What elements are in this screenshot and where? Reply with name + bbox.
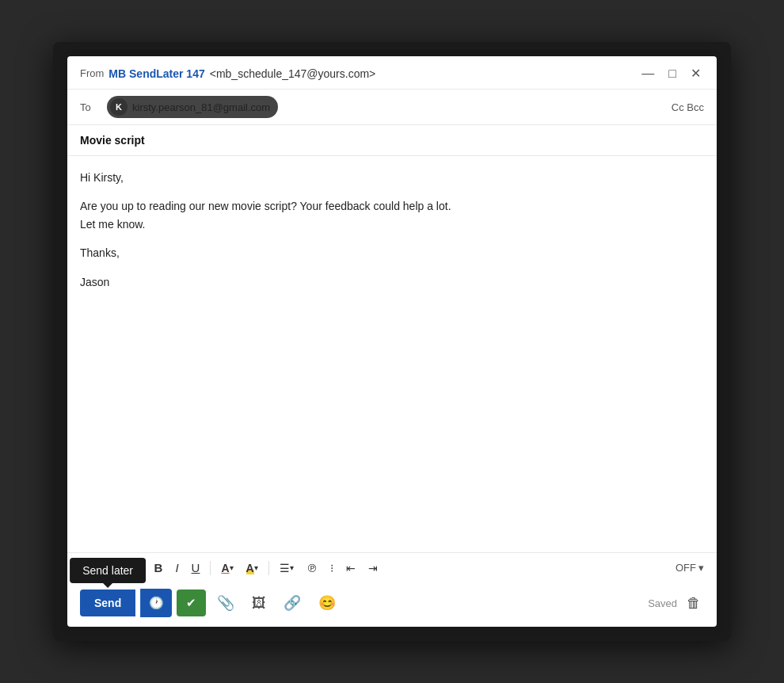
emoji-icon: 😊 (318, 595, 336, 611)
bold-button[interactable]: B (150, 558, 168, 578)
delete-button[interactable]: 🗑 (683, 592, 704, 615)
underline-button[interactable]: U (187, 558, 205, 578)
sender-email: <mb_schedule_147@yours.com> (210, 67, 376, 80)
highlight-icon: A (246, 562, 254, 574)
to-row: To K kirsty.pearson_81@gmail.com Cc Bcc (67, 90, 717, 125)
highlight-dropdown-icon: ▾ (254, 563, 258, 572)
body-content: Are you up to reading our new movie scri… (80, 197, 704, 233)
off-dropdown-icon: ▾ (698, 562, 704, 574)
from-label: From (80, 67, 104, 79)
image-icon: 🖼 (252, 595, 266, 611)
avatar: K (110, 98, 127, 116)
body-thanks: Thanks, (80, 244, 704, 261)
text-color-button[interactable]: A ▾ (216, 559, 238, 578)
indent-increase-icon: ⇥ (368, 562, 378, 574)
checkmark-button[interactable]: ✔ (177, 590, 206, 616)
off-toggle[interactable]: OFF ▾ (676, 562, 704, 574)
subject-text: Movie script (80, 134, 145, 147)
email-body[interactable]: Hi Kirsty, Are you up to reading our new… (67, 156, 717, 552)
recipient-email: kirsty.pearson_81@gmail.com (132, 101, 270, 113)
saved-text: Saved (648, 597, 677, 609)
ordered-list-icon: ℗ (306, 562, 318, 574)
body-signature: Jason (80, 273, 704, 291)
ordered-list-button[interactable]: ℗ (302, 559, 322, 578)
align-dropdown-icon: ▾ (290, 563, 294, 572)
font-size-dropdown[interactable]: 10 ▾ (110, 559, 138, 578)
compose-window: From MB SendLater 147 <mb_schedule_147@y… (67, 56, 717, 627)
font-selector[interactable]: Arial (80, 559, 107, 576)
checkmark-icon: ✔ (186, 596, 196, 610)
attach-button[interactable]: 📎 (211, 590, 241, 616)
indent-increase-button[interactable]: ⇥ (363, 559, 382, 578)
action-row: Send later Send 🕐 ✔ 📎 🖼 🔗 � (67, 582, 717, 627)
text-color-icon: A (221, 562, 229, 574)
indent-decrease-button[interactable]: ⇤ (341, 559, 360, 578)
align-button[interactable]: ☰ ▾ (275, 559, 299, 578)
body-greeting: Hi Kirsty, (80, 169, 704, 186)
send-button[interactable]: Send (80, 590, 135, 616)
link-icon: 🔗 (284, 595, 301, 611)
cc-bcc-button[interactable]: Cc Bcc (672, 101, 704, 113)
delete-icon: 🗑 (687, 595, 701, 611)
subject-row: Movie script (67, 125, 717, 156)
italic-button[interactable]: I (170, 558, 183, 578)
image-button[interactable]: 🖼 (245, 590, 272, 616)
sender-name: MB SendLater 147 (108, 67, 204, 80)
recipient-chip[interactable]: K kirsty.pearson_81@gmail.com (107, 96, 278, 118)
minimize-button[interactable]: — (638, 65, 657, 82)
dropdown-arrow-icon: ▾ (127, 562, 133, 574)
send-clock-button[interactable]: 🕐 (140, 589, 172, 617)
emoji-button[interactable]: 😊 (312, 590, 342, 616)
toolbar-separator-1 (143, 561, 144, 575)
saved-status: Saved 🗑 (648, 592, 704, 615)
window-shadow: From MB SendLater 147 <mb_schedule_147@y… (53, 42, 731, 641)
unordered-list-button[interactable]: ⁝ (325, 559, 338, 578)
align-icon: ☰ (280, 562, 290, 574)
unordered-list-icon: ⁝ (330, 562, 333, 574)
toolbar-separator-3 (268, 561, 269, 575)
title-bar-controls: — □ ✕ (638, 64, 704, 82)
off-label: OFF (676, 562, 696, 574)
highlight-button[interactable]: A ▾ (242, 559, 263, 578)
attach-icon: 📎 (217, 595, 234, 611)
title-bar: From MB SendLater 147 <mb_schedule_147@y… (67, 56, 717, 90)
title-bar-left: From MB SendLater 147 <mb_schedule_147@y… (80, 67, 375, 80)
toolbar-separator-2 (210, 561, 211, 575)
link-button[interactable]: 🔗 (277, 590, 307, 616)
close-button[interactable]: ✕ (687, 64, 704, 82)
to-label: To (80, 101, 99, 113)
indent-decrease-icon: ⇤ (346, 562, 356, 574)
clock-icon: 🕐 (149, 596, 164, 610)
send-label: Send (94, 597, 121, 609)
formatting-toolbar: Arial 10 ▾ B I U A ▾ A ▾ ☰ ▾ (67, 552, 717, 582)
maximize-button[interactable]: □ (665, 65, 679, 82)
text-color-dropdown-icon: ▾ (230, 563, 234, 572)
send-later-tooltip-container: Send later Send (80, 590, 135, 616)
